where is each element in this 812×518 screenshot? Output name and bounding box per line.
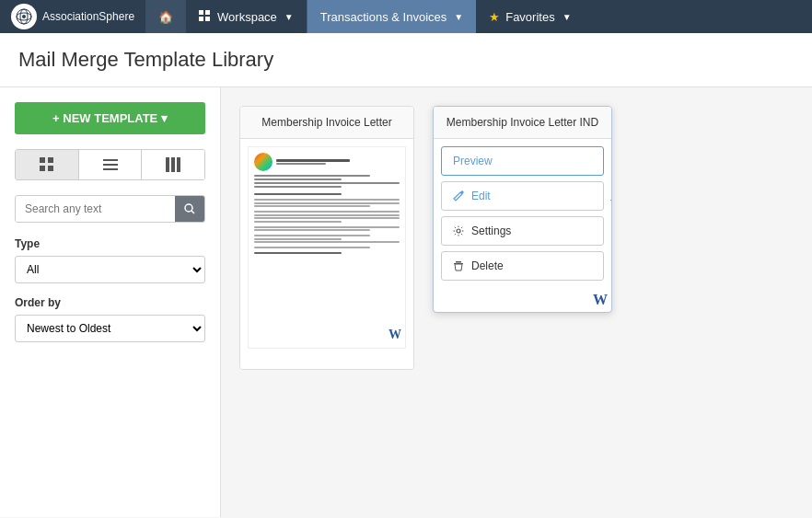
page-header: Mail Merge Template Library [0,33,812,87]
svg-rect-6 [199,17,203,21]
new-template-button[interactable]: + NEW TEMPLATE ▾ [15,102,205,134]
word-icon-1: W [389,326,401,344]
svg-rect-7 [205,17,210,21]
top-navigation: AssociationSphere 🏠 Workspace ▼ Transact… [0,0,812,33]
order-filter-label: Order by [15,296,205,309]
favorites-dropdown-arrow: ▼ [563,12,572,22]
preview-label: Preview [453,155,493,167]
svg-rect-14 [103,168,118,170]
sidebar: + NEW TEMPLATE ▾ [0,87,221,517]
list-view-icon [103,157,118,172]
main-layout: + NEW TEMPLATE ▾ [0,87,812,517]
svg-point-20 [457,229,460,233]
home-icon: 🏠 [158,10,173,24]
search-icon [184,203,195,214]
template-card-membership-invoice-ind: Membership Invoice Letter IND Preview Ed… [433,106,612,313]
svg-rect-22 [456,261,461,263]
transactions-menu[interactable]: Transactions & Invoices ▼ [307,0,476,33]
list-view-button[interactable] [79,150,143,179]
svg-rect-9 [48,157,53,163]
columns-view-icon [166,157,180,172]
logo-text: AssociationSphere [42,10,134,23]
svg-rect-4 [199,10,203,15]
type-filter-select[interactable]: All [15,256,205,283]
search-box [15,195,205,223]
template-card-title-2: Membership Invoice Letter IND [434,107,611,139]
template-preview-1[interactable]: W [240,139,413,369]
svg-rect-11 [48,166,53,171]
columns-view-button[interactable] [142,150,204,179]
search-input[interactable] [16,196,175,222]
edit-label: Edit [471,190,491,202]
svg-rect-17 [177,157,180,172]
favorites-label: Favorites [505,10,554,24]
edit-button[interactable]: Edit [441,181,604,211]
edit-button-container: Edit ↗ Edit Template [441,181,604,211]
svg-rect-12 [103,159,118,161]
logo[interactable]: AssociationSphere [0,0,145,33]
content-area: Membership Invoice Letter [221,87,812,517]
workspace-menu[interactable]: Workspace ▼ [186,0,307,33]
workspace-label: Workspace [217,10,277,24]
transactions-dropdown-arrow: ▼ [454,12,463,22]
template-card-membership-invoice: Membership Invoice Letter [239,106,414,370]
logo-icon [11,4,37,29]
svg-rect-13 [103,164,118,166]
edit-icon [453,190,464,201]
grid-view-button[interactable] [16,150,79,179]
doc-logo-1 [254,153,400,171]
star-icon: ★ [489,10,500,24]
home-button[interactable]: 🏠 [145,0,186,33]
favorites-menu[interactable]: ★ Favorites ▼ [476,0,584,33]
svg-rect-8 [40,157,45,163]
workspace-dropdown-arrow: ▼ [284,12,294,22]
doc-preview-1: W [248,146,406,349]
order-filter-select[interactable]: Newest to Oldest Oldest to Newest Name A… [15,315,205,342]
svg-line-19 [191,211,194,213]
type-filter-label: Type [15,237,205,250]
card-2-footer: W [434,288,611,312]
transactions-label: Transactions & Invoices [320,10,447,24]
delete-icon [453,260,464,271]
template-card-title-1: Membership Invoice Letter [240,107,413,139]
delete-label: Delete [471,259,504,272]
svg-rect-5 [205,10,210,15]
new-template-label: + NEW TEMPLATE ▾ [52,111,168,125]
search-button[interactable] [175,196,204,222]
word-icon-2: W [593,292,608,307]
logo-svg [16,8,32,25]
svg-point-3 [22,15,26,18]
page-title: Mail Merge Template Library [18,48,794,72]
doc-logo-image-1 [254,153,273,171]
svg-rect-10 [40,166,45,171]
svg-point-18 [185,204,192,212]
preview-button[interactable]: Preview [441,146,604,176]
view-toggle-group [15,149,205,180]
settings-icon [453,225,464,236]
settings-button[interactable]: Settings [441,216,604,246]
cursor-icon: ↗ [609,188,612,205]
grid-view-icon [40,157,54,172]
grid-icon [199,10,212,23]
delete-button[interactable]: Delete [441,251,604,281]
settings-label: Settings [471,224,511,237]
template-actions: Preview Edit ↗ Edit Template [434,139,611,288]
svg-rect-16 [171,157,175,172]
svg-rect-15 [166,157,169,172]
